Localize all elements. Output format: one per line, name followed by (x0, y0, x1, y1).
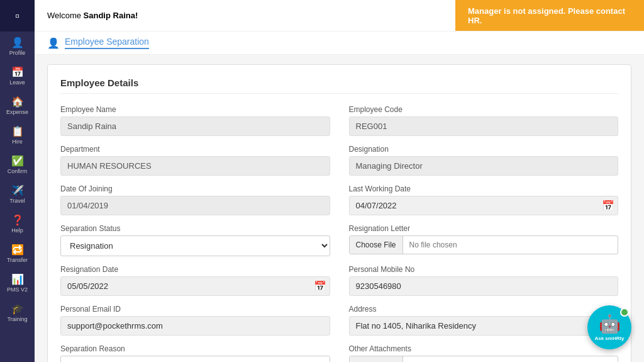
sidebar-label-expense: Expense (6, 109, 28, 115)
other-attachments-field: Other Attachments Choose File No file ch… (349, 344, 619, 362)
form-grid: Employee Name Employee Code Department D… (60, 105, 618, 362)
department-label: Department (60, 145, 330, 154)
address-label: Address (349, 305, 619, 314)
separation-reason-select[interactable]: -Select- (60, 356, 330, 362)
designation-label: Designation (349, 145, 619, 154)
personal-email-label: Personal Email ID (60, 305, 330, 314)
pms-icon: 📊 (11, 273, 24, 285)
resignation-letter-no-chosen: No file chosen (403, 236, 464, 254)
department-field: Department (60, 145, 330, 176)
resignation-letter-field: Resignation Letter Choose File No file c… (349, 224, 619, 256)
personal-mobile-field: Personal Mobile No (349, 265, 619, 296)
sidebar-item-travel[interactable]: ✈️ Travel (0, 179, 35, 209)
address-input[interactable] (349, 316, 619, 336)
separation-status-field: Separation Status Resignation (60, 224, 330, 256)
app-logo: ▫ (0, 0, 35, 31)
travel-icon: ✈️ (11, 184, 24, 196)
separation-status-select[interactable]: Resignation (60, 235, 330, 256)
personal-mobile-label: Personal Mobile No (349, 265, 619, 274)
content-area: Employee Details Employee Name Employee … (35, 55, 644, 362)
employee-details-card: Employee Details Employee Name Employee … (47, 64, 631, 362)
department-input (60, 156, 330, 176)
resignation-date-label: Resignation Date (60, 265, 330, 274)
notification-banner: Manager is not assigned. Please contact … (455, 0, 644, 31)
resignation-letter-file-wrapper: Choose File No file chosen (349, 235, 619, 254)
designation-input (349, 156, 619, 176)
page-title: Employee Separation (65, 37, 149, 49)
notification-text: Manager is not assigned. Please contact … (468, 6, 631, 25)
sidebar-item-training[interactable]: 🎓 Training (0, 298, 35, 327)
chatbot-label: Ask smHRty (594, 336, 624, 341)
resignation-date-input[interactable] (60, 276, 330, 296)
date-of-joining-label: Date Of Joining (60, 184, 330, 193)
sidebar-item-confirm[interactable]: ✅ Confirm (0, 150, 35, 179)
main-content: Welcome Sandip Raina! 🔍 Manager is not a… (35, 0, 644, 362)
resignation-date-wrapper: 📅 (60, 276, 330, 296)
profile-icon: 👤 (11, 37, 24, 48)
employee-name-field: Employee Name (60, 105, 330, 136)
employee-code-input (349, 116, 619, 136)
hire-icon: 📋 (11, 125, 24, 137)
last-working-date-label: Last Working Date (349, 184, 619, 193)
last-working-date-input[interactable] (349, 196, 619, 215)
sidebar-item-transfer[interactable]: 🔁 Transfer (0, 239, 35, 268)
sidebar: ▫ 👤 Profile 📅 Leave 🏠 Expense 📋 Hire ✅ C… (0, 0, 35, 362)
form-section-title: Employee Details (60, 77, 618, 94)
employee-code-field: Employee Code (349, 105, 619, 136)
sidebar-label-profile: Profile (9, 50, 26, 56)
separation-reason-field: Separation Reason -Select- (60, 344, 330, 362)
other-attachments-file-wrapper: Choose File No file chosen (349, 356, 619, 362)
separation-reason-label: Separation Reason (60, 344, 330, 353)
last-working-date-wrapper: 📅 (349, 196, 619, 215)
leave-icon: 📅 (11, 66, 24, 78)
training-icon: 🎓 (11, 303, 24, 315)
sidebar-label-training: Training (7, 316, 27, 322)
personal-email-input[interactable] (60, 316, 330, 336)
welcome-prefix: Welcome (47, 11, 84, 20)
sidebar-label-travel: Travel (9, 198, 25, 204)
other-attachments-label: Other Attachments (349, 344, 619, 353)
sidebar-item-expense[interactable]: 🏠 Expense (0, 91, 35, 120)
sidebar-label-transfer: Transfer (7, 257, 28, 263)
transfer-icon: 🔁 (11, 244, 24, 256)
personal-email-field: Personal Email ID (60, 305, 330, 336)
help-icon: ❓ (11, 214, 24, 226)
sidebar-item-leave[interactable]: 📅 Leave (0, 61, 35, 91)
sidebar-item-pms[interactable]: 📊 PMS V2 (0, 268, 35, 298)
date-of-joining-input (60, 196, 330, 215)
chatbot-face-icon: 🤖 (599, 314, 621, 334)
resignation-letter-choose-button[interactable]: Choose File (350, 236, 403, 254)
last-working-date-calendar-icon[interactable]: 📅 (602, 200, 614, 212)
welcome-message: Welcome Sandip Raina! (47, 11, 138, 20)
page-title-bar: 👤 Employee Separation (35, 31, 644, 55)
header: Welcome Sandip Raina! 🔍 Manager is not a… (35, 0, 644, 31)
personal-mobile-input[interactable] (349, 276, 619, 296)
other-attachments-choose-button[interactable]: Choose File (350, 356, 403, 362)
resignation-date-calendar-icon[interactable]: 📅 (314, 280, 326, 292)
resignation-date-field: Resignation Date 📅 (60, 265, 330, 296)
sidebar-label-pms: PMS V2 (7, 286, 28, 293)
other-attachments-no-chosen: No file chosen (403, 356, 464, 362)
sidebar-item-help[interactable]: ❓ Help (0, 209, 35, 239)
username: Sandip Raina! (84, 11, 138, 20)
confirm-icon: ✅ (11, 155, 24, 167)
sidebar-label-confirm: Confirm (8, 168, 28, 174)
employee-separation-icon: 👤 (47, 37, 60, 49)
sidebar-label-help: Help (11, 227, 23, 234)
last-working-date-field: Last Working Date 📅 (349, 184, 619, 215)
employee-name-input (60, 116, 330, 136)
sidebar-label-hire: Hire (12, 139, 23, 145)
expense-icon: 🏠 (11, 96, 24, 108)
chatbot-status-dot (620, 308, 629, 317)
sidebar-item-profile[interactable]: 👤 Profile (0, 31, 35, 61)
employee-name-label: Employee Name (60, 105, 330, 114)
separation-status-label: Separation Status (60, 224, 330, 233)
address-field: Address (349, 305, 619, 336)
chatbot-bubble[interactable]: 🤖 Ask smHRty (587, 305, 631, 349)
date-of-joining-field: Date Of Joining (60, 184, 330, 215)
designation-field: Designation (349, 145, 619, 176)
sidebar-label-leave: Leave (9, 79, 25, 86)
sidebar-item-hire[interactable]: 📋 Hire (0, 120, 35, 150)
resignation-letter-label: Resignation Letter (349, 224, 619, 233)
employee-code-label: Employee Code (349, 105, 619, 114)
